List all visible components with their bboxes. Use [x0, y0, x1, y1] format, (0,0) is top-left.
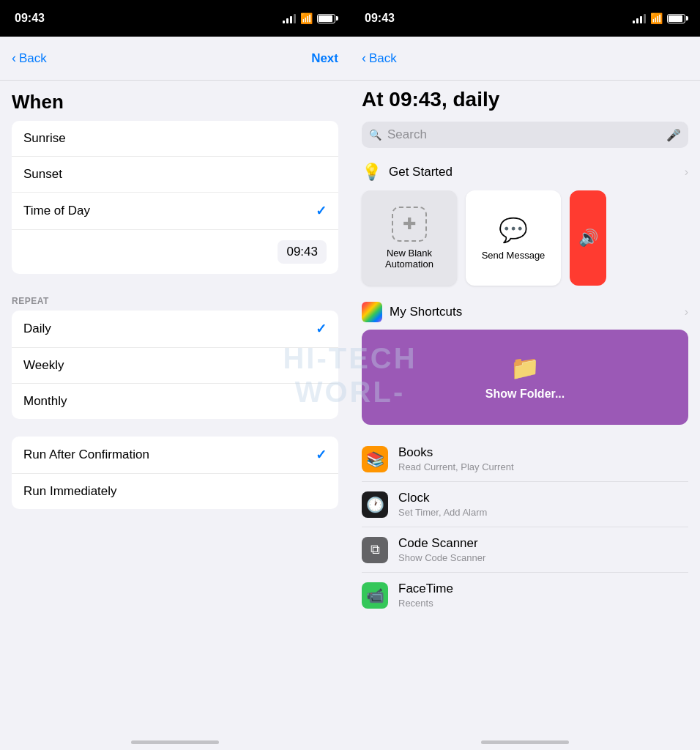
facetime-sub: Recents — [398, 598, 453, 609]
blank-automation-icon: ✚ — [392, 207, 427, 242]
daily-row[interactable]: Daily ✓ — [12, 311, 338, 348]
books-name: Books — [398, 445, 514, 460]
mic-icon[interactable]: 🎤 — [666, 128, 681, 142]
run-immediately-row[interactable]: Run Immediately — [12, 474, 338, 509]
send-message-tile[interactable]: 💬 Send Message — [466, 190, 561, 286]
code-scanner-icon: ⧉ — [362, 537, 388, 563]
code-scanner-row[interactable]: ⧉ Code Scanner Show Code Scanner — [362, 527, 688, 573]
my-shortcuts-chevron-icon: › — [685, 305, 688, 319]
run-after-confirmation-row[interactable]: Run After Confirmation ✓ — [12, 437, 338, 474]
run-immediately-label: Run Immediately — [23, 484, 117, 499]
daily-label: Daily — [23, 322, 51, 336]
shortcut-tiles: ✚ New Blank Automation 💬 Send Message 🔊 — [350, 190, 700, 294]
repeat-card: Daily ✓ Weekly Monthly — [12, 311, 338, 419]
bulb-icon: 💡 — [362, 163, 381, 182]
next-button[interactable]: Next — [311, 51, 338, 66]
right-back-label: Back — [369, 51, 397, 66]
send-message-label: Send Message — [482, 250, 546, 261]
run-options-card: Run After Confirmation ✓ Run Immediately — [12, 437, 338, 509]
signal-icon — [283, 14, 296, 23]
right-back-button[interactable]: ‹ Back — [362, 51, 397, 66]
get-started-row[interactable]: 💡 Get Started › — [350, 154, 700, 190]
left-nav-bar: ‹ Back Next — [0, 37, 350, 81]
clock-sub: Set Timer, Add Alarm — [398, 507, 487, 518]
code-scanner-sub: Show Code Scanner — [398, 552, 485, 563]
search-bar[interactable]: 🔍 Search 🎤 — [362, 122, 688, 148]
time-of-day-check: ✓ — [316, 203, 327, 219]
when-title: When — [0, 81, 350, 121]
clock-row[interactable]: 🕐 Clock Set Timer, Add Alarm — [362, 482, 688, 527]
left-status-bar: 09:43 📶 — [0, 0, 350, 37]
left-back-button[interactable]: ‹ Back — [12, 51, 47, 66]
time-of-day-label: Time of Day — [23, 204, 90, 218]
right-time: 09:43 — [365, 12, 395, 25]
right-wifi-icon: 📶 — [650, 12, 663, 24]
code-scanner-info: Code Scanner Show Code Scanner — [398, 536, 485, 563]
show-folder-tile[interactable]: 📁 Show Folder... — [362, 330, 688, 425]
right-chevron-left-icon: ‹ — [362, 51, 366, 66]
facetime-name: FaceTime — [398, 582, 453, 596]
search-input[interactable]: Search — [387, 127, 660, 142]
wifi-icon: 📶 — [300, 12, 313, 24]
facetime-row[interactable]: 📹 FaceTime Recents — [362, 573, 688, 617]
my-shortcuts-label: My Shortcuts — [390, 305, 677, 319]
shortcuts-app-icon — [362, 302, 382, 322]
sunrise-row[interactable]: Sunrise — [12, 121, 338, 157]
facetime-icon: 📹 — [362, 582, 388, 609]
sunset-row[interactable]: Sunset — [12, 157, 338, 193]
search-icon: 🔍 — [369, 129, 381, 141]
weekly-row[interactable]: Weekly — [12, 348, 338, 384]
right-signal-icon — [633, 14, 646, 23]
battery-icon — [317, 14, 335, 23]
new-blank-automation-tile[interactable]: ✚ New Blank Automation — [362, 190, 457, 286]
show-folder-label: Show Folder... — [485, 387, 565, 401]
left-back-label: Back — [19, 51, 47, 66]
get-started-chevron-icon: › — [685, 166, 688, 179]
get-started-label: Get Started — [389, 165, 677, 179]
right-home-indicator — [350, 734, 700, 750]
books-info: Books Read Current, Play Current — [398, 445, 514, 472]
messages-icon: 💬 — [499, 216, 528, 244]
right-status-bar: 09:43 📶 — [350, 0, 700, 37]
left-home-indicator — [0, 734, 350, 750]
clock-info: Clock Set Timer, Add Alarm — [398, 491, 487, 518]
new-blank-automation-label: New Blank Automation — [362, 248, 457, 270]
folder-icon: 📁 — [510, 354, 540, 382]
right-battery-icon — [667, 14, 685, 23]
time-value[interactable]: 09:43 — [278, 240, 327, 264]
facetime-info: FaceTime Recents — [398, 582, 453, 609]
right-status-icons: 📶 — [633, 12, 685, 24]
left-panel: 09:43 📶 ‹ Back Next — [0, 0, 350, 750]
weekly-label: Weekly — [23, 358, 64, 373]
run-after-check: ✓ — [316, 447, 327, 463]
time-value-row[interactable]: 09:43 — [12, 230, 338, 274]
chevron-left-icon: ‹ — [12, 51, 16, 66]
sunset-label: Sunset — [23, 167, 62, 182]
left-time: 09:43 — [15, 12, 45, 25]
books-sub: Read Current, Play Current — [398, 461, 514, 472]
my-shortcuts-row[interactable]: My Shortcuts › — [350, 294, 700, 330]
books-row[interactable]: 📚 Books Read Current, Play Current — [362, 437, 688, 482]
sunrise-label: Sunrise — [23, 131, 66, 146]
right-panel: 09:43 📶 ‹ Back At 09:43, — [350, 0, 700, 750]
code-scanner-name: Code Scanner — [398, 536, 485, 551]
page-title: At 09:43, daily — [350, 81, 700, 116]
books-icon: 📚 — [362, 446, 388, 472]
monthly-row[interactable]: Monthly — [12, 384, 338, 419]
run-after-confirmation-label: Run After Confirmation — [23, 448, 149, 462]
clock-name: Clock — [398, 491, 487, 505]
left-status-icons: 📶 — [283, 12, 335, 24]
time-options-card: Sunrise Sunset Time of Day ✓ 09:43 — [12, 121, 338, 274]
right-nav-bar: ‹ Back — [350, 37, 700, 81]
app-list: 📚 Books Read Current, Play Current 🕐 Clo… — [350, 437, 700, 617]
repeat-label: REPEAT — [0, 286, 350, 311]
partial-tile[interactable]: 🔊 — [570, 190, 606, 286]
daily-check: ✓ — [316, 321, 327, 337]
time-of-day-row[interactable]: Time of Day ✓ — [12, 193, 338, 230]
clock-icon: 🕐 — [362, 491, 388, 518]
speak-icon: 🔊 — [578, 229, 598, 248]
monthly-label: Monthly — [23, 394, 67, 409]
